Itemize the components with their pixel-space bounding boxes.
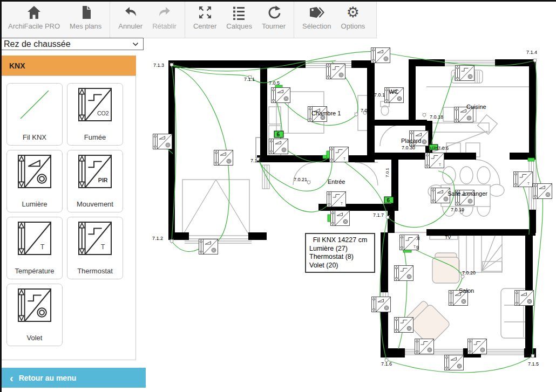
chevron-left-icon: ‹ xyxy=(10,373,13,383)
group-address-badge: 6 xyxy=(384,197,394,203)
chevron-down-icon xyxy=(132,42,139,46)
palette-item-label: Température xyxy=(15,267,55,275)
volet-icon xyxy=(18,288,51,324)
knx-device-ther[interactable]: T xyxy=(425,153,444,168)
temperature-icon: T xyxy=(18,222,51,257)
toolbar-button-layers[interactable]: Calques xyxy=(221,0,257,38)
knx-device-lum[interactable] xyxy=(328,211,350,226)
thermostat-icon: T xyxy=(78,222,112,257)
back-to-menu-label: Retour au menu xyxy=(19,374,77,382)
svg-text:T: T xyxy=(101,243,105,251)
knx-summary-tooltip: Fil KNX 14227 cm Lumière (27) Thermostat… xyxy=(305,233,375,273)
knx-device-lum[interactable] xyxy=(272,85,290,103)
knx-device-vol[interactable] xyxy=(415,339,434,354)
plan-label: 7.1.5 xyxy=(528,361,539,367)
plan-label: 7.0.1 xyxy=(385,168,390,177)
plan-canvas-area[interactable]: TTTTT66LCD47.1.37.1.17.0.5Chambre 17.0.1… xyxy=(144,38,556,392)
svg-text:T: T xyxy=(439,163,441,167)
home-icon xyxy=(26,4,42,20)
toolbar-button-options[interactable]: ⚙Options xyxy=(336,0,370,38)
plan-label: 7.1.4 xyxy=(526,50,537,55)
plan-label: .7 xyxy=(450,154,454,160)
knx-device-lum[interactable] xyxy=(199,239,218,255)
knx-device-ther[interactable]: T xyxy=(514,172,533,187)
toolbar-label-layers: Calques xyxy=(226,22,252,30)
toolbar-button-rotate[interactable]: Tourner xyxy=(257,0,290,38)
knx-device-lum[interactable] xyxy=(515,291,534,306)
window-left-edge xyxy=(0,0,2,392)
palette-item-lumiere[interactable]: Lumière xyxy=(6,150,63,212)
palette-item-thermostat[interactable]: TThermostat xyxy=(67,217,123,279)
plan-label: Cuisine xyxy=(466,104,486,110)
palette-item-volet[interactable]: Volet xyxy=(6,284,63,346)
svg-text:PIR: PIR xyxy=(98,177,108,183)
undo-icon xyxy=(123,4,138,20)
plan-label: 7.0.30 xyxy=(402,145,415,150)
toolbar: ArchiFacile PROMes plansAnnulerRétablirC… xyxy=(0,0,377,38)
knx-device-vol[interactable] xyxy=(395,318,413,333)
palette-item-label: Fil KNX xyxy=(23,133,46,141)
toolbar-group: Sélection⚙Options xyxy=(294,0,373,38)
knx-device-lum[interactable] xyxy=(153,134,172,149)
knx-device-ther[interactable]: T xyxy=(327,192,346,207)
toolbar-button-redo[interactable]: Rétablir xyxy=(147,0,181,38)
toolbar-label-center: Centrer xyxy=(193,22,216,30)
plan-label: Entrée xyxy=(328,178,345,185)
knx-device-vol[interactable] xyxy=(327,64,345,79)
tooltip-line-lumiere: Lumière (27) xyxy=(309,245,371,253)
knx-device-lum[interactable] xyxy=(371,48,390,63)
knx-device-lum[interactable] xyxy=(214,150,233,166)
plan-label: Placard xyxy=(401,137,421,144)
toolbar-button-center[interactable]: Centrer xyxy=(188,0,221,38)
tag-icon xyxy=(309,4,325,20)
knx-device-vol[interactable] xyxy=(456,66,474,81)
plan-label: 7.1.6 xyxy=(381,361,392,367)
toolbar-group: ArchiFacile PROMes plans xyxy=(0,0,110,38)
expand-icon xyxy=(198,4,213,20)
plan-label: 7.0.20 xyxy=(462,270,476,276)
knx-device-ther[interactable]: T xyxy=(327,147,349,162)
group-address-badge: LCD4 xyxy=(429,145,438,150)
svg-text:T: T xyxy=(341,202,343,205)
gear-icon: ⚙ xyxy=(347,4,360,20)
plan-label: 7.1.8 xyxy=(250,158,261,163)
window-top-edge xyxy=(0,0,556,2)
knx-device-vol[interactable] xyxy=(395,266,413,281)
plan-label: Chambre 1 xyxy=(311,110,341,116)
palette-item-fumee[interactable]: CO2Fumée xyxy=(67,83,123,146)
plan-label: 7.0.1 xyxy=(374,92,385,98)
knx-panel-title: KNX xyxy=(1,56,136,75)
palette-item-temperature[interactable]: TTempérature xyxy=(6,217,63,279)
toolbar-group: AnnulerRétablir xyxy=(110,0,185,38)
toolbar-button-plans[interactable]: Mes plans xyxy=(65,0,106,38)
palette-item-fil-knx[interactable]: Fil KNX xyxy=(6,83,63,146)
fil-knx-icon xyxy=(18,88,51,123)
toolbar-label-redo: Rétablir xyxy=(152,22,177,30)
palette-item-label: Thermostat xyxy=(77,267,113,275)
toolbar-label-home: ArchiFacile PRO xyxy=(8,22,60,30)
floorplan[interactable]: TTTTT66LCD47.1.37.1.17.0.5Chambre 17.0.1… xyxy=(151,46,556,392)
toolbar-group: CentrerCalquesTourner xyxy=(185,0,294,38)
mouvement-icon: PIR xyxy=(78,155,112,190)
plan-label: 7.0.19 xyxy=(451,207,464,212)
knx-palette: Fil KNXCO2FuméeLumièrePIRMouvementTTempé… xyxy=(1,75,136,360)
svg-text:6: 6 xyxy=(277,132,280,137)
toolbar-label-undo: Annuler xyxy=(118,22,143,30)
knx-device-lum[interactable] xyxy=(372,297,391,312)
tooltip-line-fil: Fil KNX 14227 cm xyxy=(309,236,371,245)
knx-device-lum[interactable] xyxy=(533,184,552,199)
toolbar-button-undo[interactable]: Annuler xyxy=(113,0,147,38)
knx-device-lum[interactable] xyxy=(269,139,288,154)
back-to-menu-button[interactable]: ‹ Retour au menu xyxy=(0,368,146,388)
redo-icon xyxy=(157,4,172,20)
toolbar-button-selection[interactable]: Sélection xyxy=(297,0,336,38)
svg-text:T: T xyxy=(40,243,45,251)
knx-device-lum[interactable] xyxy=(445,355,464,370)
plan-label: 7.0.18 xyxy=(430,114,443,120)
plan-label: Salle à manger xyxy=(447,190,487,197)
archifacile-window: ArchiFacile PROMes plansAnnulerRétablirC… xyxy=(0,0,556,392)
floor-selector[interactable]: Rez de chaussée xyxy=(0,38,144,50)
toolbar-button-home[interactable]: ArchiFacile PRO xyxy=(3,0,65,38)
knx-device-vol[interactable] xyxy=(468,339,487,354)
palette-item-mouvement[interactable]: PIRMouvement xyxy=(67,150,123,212)
